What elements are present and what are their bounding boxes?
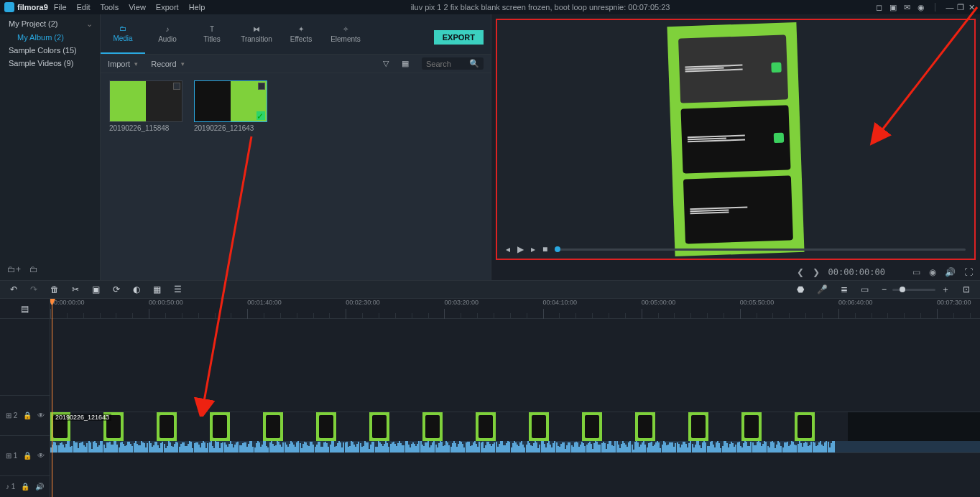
timeline-clip-frame[interactable] — [582, 412, 635, 441]
tree-my-project[interactable]: My Project (2)⌄ — [0, 17, 100, 31]
maximize-button[interactable]: ❐ — [956, 3, 965, 12]
crop-button[interactable]: ▣ — [92, 284, 100, 294]
tab-titles[interactable]: T Titles — [190, 14, 234, 54]
eye-icon[interactable]: 👁 — [37, 452, 45, 460]
track-video1[interactable]: 20190226_121643 — [50, 412, 980, 452]
record-dropdown[interactable]: Record▾ — [151, 60, 184, 68]
tab-transition[interactable]: ⧓ Transition — [234, 14, 279, 54]
timeline: ▤ ⊞ 2 🔒 👁 ⊞ 1 🔒 👁 ♪ 1 🔒 🔊 00:00:00:0000:… — [0, 299, 980, 497]
color-button[interactable]: ◐ — [133, 284, 140, 294]
timeline-clip-frame[interactable] — [316, 412, 369, 441]
prev-marker-icon[interactable]: ❮ — [797, 267, 804, 277]
menu-export[interactable]: Export — [156, 3, 179, 11]
search-input[interactable]: 🔍 — [422, 57, 484, 70]
clip-type-icon — [173, 83, 180, 90]
tab-effects[interactable]: ✦ Effects — [279, 14, 323, 54]
message-icon[interactable]: ✉ — [904, 3, 910, 12]
menu-help[interactable]: Help — [189, 3, 205, 11]
timeline-clip-frame[interactable] — [741, 412, 795, 441]
delete-button[interactable]: 🗑 — [50, 284, 59, 294]
timeline-clip-frame[interactable] — [422, 412, 476, 441]
track-header-video2[interactable]: ⊞ 2 🔒 👁 — [0, 395, 50, 435]
folder-icon: 🗀 — [119, 24, 126, 32]
tree-sample-videos[interactable]: Sample Videos (9) — [0, 57, 100, 70]
timeline-clip-frame[interactable] — [635, 412, 688, 441]
timeline-clip-frame[interactable] — [795, 412, 848, 441]
timeline-clip-frame[interactable] — [529, 412, 582, 441]
delete-folder-icon[interactable]: 🗀 — [29, 264, 38, 274]
media-clip[interactable]: 20190226_115848 — [109, 80, 182, 132]
lock-icon[interactable]: 🔒 — [23, 452, 32, 460]
clip-waveform — [50, 441, 980, 452]
timeline-clip-frame[interactable] — [103, 412, 157, 441]
timeline-clip-frame[interactable] — [688, 412, 741, 441]
account-icon[interactable]: ◻ — [876, 3, 882, 12]
screenshot-icon[interactable]: ▣ — [889, 3, 897, 12]
next-marker-icon[interactable]: ❯ — [813, 267, 820, 277]
undo-button[interactable]: ↶ — [10, 284, 17, 294]
split-button[interactable]: ✂ — [72, 284, 79, 294]
playhead[interactable] — [52, 299, 52, 497]
ruler-tick: 00:05:50:00 — [740, 299, 775, 306]
stop-button[interactable]: ■ — [542, 244, 547, 254]
effects-icon: ✦ — [298, 25, 304, 33]
manage-tracks-icon[interactable]: ▤ — [21, 304, 29, 314]
adjust-button[interactable]: ☰ — [174, 284, 182, 294]
lock-icon[interactable]: 🔒 — [21, 483, 29, 491]
tree-my-album[interactable]: My Album (2) — [0, 31, 100, 44]
media-clip[interactable]: ✓ 20190226_121643 — [194, 80, 267, 132]
next-frame-button[interactable]: ▸ — [531, 244, 535, 254]
timeline-ruler[interactable]: 00:00:00:0000:00:50:0000:01:40:0000:02:3… — [50, 299, 980, 319]
notify-icon[interactable]: ◉ — [917, 3, 925, 12]
minimize-button[interactable]: — — [946, 3, 954, 11]
render-button[interactable]: ▭ — [861, 284, 869, 294]
tree-sample-colors[interactable]: Sample Colors (15) — [0, 44, 100, 57]
timeline-clip-frame[interactable] — [369, 412, 422, 441]
play-button[interactable]: ▶ — [517, 244, 524, 254]
zoom-out-button[interactable]: − — [882, 284, 887, 294]
grid-view-icon[interactable]: ▦ — [402, 59, 409, 68]
menu-view[interactable]: View — [129, 3, 146, 11]
tab-elements[interactable]: ✧ Elements — [323, 14, 368, 54]
voiceover-button[interactable]: 🎤 — [817, 284, 828, 294]
filter-icon[interactable]: ▽ — [383, 59, 389, 68]
mute-icon[interactable]: 🔊 — [35, 483, 44, 491]
timeline-clip-frame[interactable] — [210, 412, 263, 441]
prev-frame-button[interactable]: ◂ — [506, 244, 510, 254]
timeline-clip-frame[interactable] — [157, 412, 210, 441]
lock-icon[interactable]: 🔒 — [23, 412, 32, 419]
menu-edit[interactable]: Edit — [77, 3, 91, 11]
redo-button[interactable]: ↷ — [30, 284, 37, 294]
track-audio1[interactable] — [50, 452, 980, 474]
snapshot-icon[interactable]: ▭ — [912, 267, 920, 277]
camera-icon[interactable]: ◉ — [929, 267, 936, 277]
zoom-fit-button[interactable]: ⊡ — [963, 284, 970, 294]
fullscreen-icon[interactable]: ⛶ — [964, 267, 973, 277]
timeline-toolbar: ↶ ↷ 🗑 ✂ ▣ ⟳ ◐ ▦ ☰ ⬣ 🎤 ≣ ▭ − ＋ ⊡ — [0, 280, 980, 299]
timeline-clip-frame[interactable] — [476, 412, 529, 441]
new-folder-icon[interactable]: 🗀+ — [7, 264, 21, 274]
close-button[interactable]: ✕ — [967, 3, 976, 12]
preview-canvas[interactable]: ◂ ▶ ▸ ■ — [496, 19, 976, 260]
track-header-video1[interactable]: ⊞ 1 🔒 👁 — [0, 435, 50, 475]
volume-icon[interactable]: 🔊 — [945, 267, 956, 277]
tab-media[interactable]: 🗀 Media — [101, 14, 145, 54]
eye-icon[interactable]: 👁 — [37, 412, 45, 419]
speed-button[interactable]: ⟳ — [113, 284, 120, 294]
track-header-audio1[interactable]: ♪ 1 🔒 🔊 — [0, 475, 50, 497]
zoom-slider[interactable] — [892, 289, 935, 291]
timeline-clip-label: 20190226_121643 — [53, 414, 111, 421]
menu-file[interactable]: File — [54, 3, 67, 11]
zoom-in-button[interactable]: ＋ — [941, 284, 950, 296]
import-dropdown[interactable]: Import▾ — [108, 60, 138, 68]
tab-audio[interactable]: ♪ Audio — [145, 14, 190, 54]
export-button[interactable]: EXPORT — [434, 30, 484, 45]
greenscreen-button[interactable]: ▦ — [153, 284, 161, 294]
menu-tools[interactable]: Tools — [101, 3, 119, 11]
track-video2[interactable] — [50, 319, 980, 412]
mixer-button[interactable]: ≣ — [841, 284, 848, 294]
preview-scrubber[interactable] — [555, 249, 966, 251]
timeline-clip-frame[interactable] — [263, 412, 316, 441]
marker-button[interactable]: ⬣ — [797, 284, 804, 294]
ruler-tick: 00:00:00:00 — [50, 299, 85, 306]
